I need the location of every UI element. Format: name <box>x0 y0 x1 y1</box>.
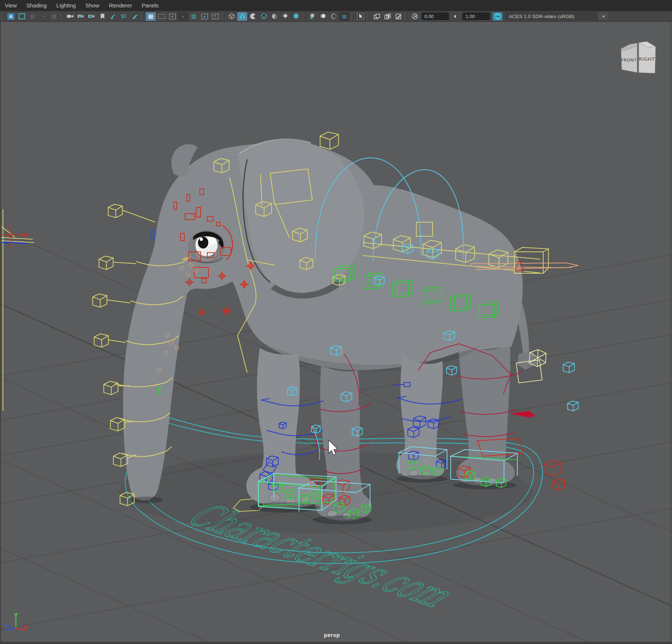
camera-lock-icon[interactable] <box>76 12 86 21</box>
panel-menu-bar: View Shading Lighting Show Renderer Pane… <box>0 0 672 11</box>
toolbar-grip <box>61 13 63 20</box>
camera-select-icon[interactable] <box>65 12 75 21</box>
toolbar-grip <box>222 13 225 20</box>
exposure-icon[interactable] <box>410 12 420 21</box>
textured-mode-icon[interactable] <box>259 12 269 21</box>
menu-renderer[interactable]: Renderer <box>104 0 137 11</box>
resolution-gate-icon[interactable]: ● <box>167 12 177 21</box>
axis-z-label: z <box>5 622 9 629</box>
grid-toggle-icon[interactable]: ▦ <box>146 12 156 21</box>
shadows-icon[interactable] <box>291 12 301 21</box>
contrast-icon[interactable]: ◐ <box>451 12 461 21</box>
paint-select-icon[interactable]: ◔ <box>38 12 48 21</box>
axis-y-label: y <box>14 611 18 618</box>
screen-space-ao-icon[interactable] <box>307 12 317 21</box>
axis-x-label: x <box>24 624 27 630</box>
use-all-lights-icon[interactable] <box>280 12 290 21</box>
menu-view[interactable]: View <box>0 0 21 11</box>
xray-active-icon[interactable] <box>393 12 403 21</box>
view-cube-front-face[interactable]: FRONT <box>621 58 637 63</box>
grease-pencil-icon[interactable] <box>108 12 118 21</box>
toolbar-grip <box>303 13 305 20</box>
default-material-icon[interactable] <box>248 12 258 21</box>
checker-material-icon[interactable] <box>269 12 279 21</box>
menu-panels[interactable]: Panels <box>137 0 164 11</box>
color-management-toggle[interactable]: ON <box>493 12 503 21</box>
isolate-select-icon[interactable] <box>356 12 366 21</box>
marquee-select-icon[interactable] <box>17 12 27 21</box>
maya-viewport-window: Characterrigs.com <box>0 0 672 644</box>
smooth-shade-mode-icon[interactable] <box>237 12 247 21</box>
panel-toolbar: A ▤ ◔ ▧ ▦ ● ● ▥ ▲ T ▦ <box>0 11 672 22</box>
view-cube-right-face[interactable]: RIGHT <box>639 56 655 62</box>
menu-shading[interactable]: Shading <box>21 0 51 11</box>
toolbar-grip <box>367 13 370 20</box>
viewport-canvas[interactable]: Characterrigs.com <box>0 0 672 644</box>
camera-attributes-icon[interactable] <box>87 12 97 21</box>
gamma-field[interactable]: 1.00 <box>463 13 490 20</box>
exposure-field[interactable]: 0.00 <box>421 13 449 20</box>
menu-lighting[interactable]: Lighting <box>51 0 81 11</box>
viewport-right-edge <box>671 21 671 644</box>
bookmark-icon[interactable] <box>97 12 107 21</box>
camera-name-label: persp <box>317 632 347 638</box>
viewport-bottom-edge <box>0 642 672 644</box>
menu-show[interactable]: Show <box>81 0 104 11</box>
pan-zoom-icon[interactable] <box>119 12 129 21</box>
pencil-icon[interactable] <box>130 12 140 21</box>
toolbar-grip <box>351 13 354 20</box>
anti-aliasing-icon[interactable]: ▦ <box>339 12 349 21</box>
safe-action-icon[interactable]: ▲ <box>199 12 209 21</box>
motion-blur-icon[interactable] <box>318 12 328 21</box>
xray-icon[interactable] <box>372 12 382 21</box>
wireframe-mode-icon[interactable] <box>226 12 236 21</box>
view-transform-dropdown-arrow[interactable]: ▼ <box>598 12 609 21</box>
safe-title-icon[interactable]: T <box>210 12 220 21</box>
depth-of-field-icon[interactable] <box>329 12 339 21</box>
film-gate-icon[interactable] <box>157 12 167 21</box>
select-by-name-icon[interactable]: A <box>6 12 16 21</box>
toolbar-grip <box>405 13 408 20</box>
toolbar-grip <box>1 13 4 20</box>
images-icon[interactable]: ▧ <box>49 12 59 21</box>
xray-joints-icon[interactable] <box>383 12 393 21</box>
lasso-select-icon[interactable]: ▤ <box>27 12 37 21</box>
view-transform-dropdown[interactable]: ACES 1.0 SDR-video (sRGB) <box>505 12 598 20</box>
field-chart-icon[interactable]: ▥ <box>189 12 199 21</box>
toolbar-grip <box>141 13 144 20</box>
viewport-left-edge <box>0 21 1 644</box>
elephant-eye <box>188 230 225 263</box>
gate-mask-icon[interactable]: ● <box>178 12 188 21</box>
